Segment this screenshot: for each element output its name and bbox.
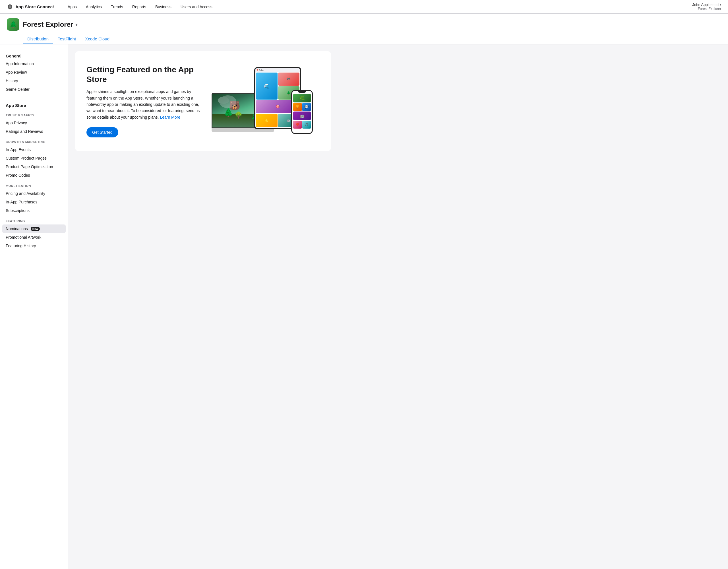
tablet-cell-5: ⭐	[256, 114, 278, 127]
feature-card-desc-text: Apple shines a spotlight on exceptional …	[86, 89, 200, 119]
sidebar-item-label: Subscriptions	[6, 208, 30, 213]
user-name-row: John Appleseed ▾	[692, 3, 721, 7]
sidebar-item-label: App Privacy	[6, 121, 27, 125]
sidebar-item-label: In-App Purchases	[6, 200, 37, 204]
nav-business[interactable]: Business	[151, 0, 176, 14]
get-started-button[interactable]: Get Started	[86, 127, 118, 137]
tab-xcode-cloud[interactable]: Xcode Cloud	[80, 34, 114, 44]
brand-name: App Store Connect	[15, 4, 54, 9]
feature-card-description: Apple shines a spotlight on exceptional …	[86, 88, 200, 120]
sidebar-item-ratings-reviews[interactable]: Ratings and Reviews	[0, 127, 68, 136]
sidebar-item-nominations[interactable]: Nominations New	[2, 224, 66, 233]
user-name: John Appleseed	[692, 3, 719, 7]
feature-card: Getting Featured on the App Store Apple …	[75, 51, 331, 151]
app-title-row: Forest Explorer ▾	[23, 20, 78, 28]
sidebar-item-label: Pricing and Availability	[6, 191, 45, 196]
brand-logo[interactable]: App Store Connect	[7, 4, 54, 10]
nav-analytics[interactable]: Analytics	[81, 0, 106, 14]
sidebar-item-pricing-availability[interactable]: Pricing and Availability	[0, 189, 68, 198]
tablet-cell-2: 🎮	[278, 73, 300, 86]
learn-more-link[interactable]: Learn More	[160, 115, 180, 119]
sidebar-item-history[interactable]: History	[0, 76, 68, 85]
sidebar-item-app-privacy[interactable]: App Privacy	[0, 119, 68, 127]
appstore-connect-icon	[7, 4, 13, 10]
sidebar-item-label: Promotional Artwork	[6, 235, 41, 239]
sidebar-featuring-label: FEATURING	[0, 215, 68, 224]
phone-cell-3: 💬	[302, 103, 311, 111]
tablet-cell-1: 🌊	[256, 73, 278, 100]
app-icon: 🌲	[7, 18, 19, 31]
phone-cell-5: ❤️	[293, 121, 302, 129]
sidebar-item-label: In-App Events	[6, 147, 31, 152]
phone-mockup: 🌿 🏆 💬 🤖 ❤️ 🎵	[291, 90, 314, 135]
app-title: Forest Explorer	[23, 20, 73, 28]
sidebar-divider-1	[6, 97, 62, 97]
sidebar-item-subscriptions[interactable]: Subscriptions	[0, 206, 68, 215]
user-chevron-icon: ▾	[720, 3, 721, 6]
phone-notch	[298, 91, 306, 93]
feature-card-text: Getting Featured on the App Store Apple …	[86, 65, 200, 137]
user-menu[interactable]: John Appleseed ▾ Forest Explorer	[692, 3, 721, 11]
sidebar-trust-safety-label: TRUST & SAFETY	[0, 109, 68, 119]
sidebar-item-promo-codes[interactable]: Promo Codes	[0, 171, 68, 179]
sidebar-item-label: Game Center	[6, 87, 30, 92]
phone-cell-6: 🎵	[302, 121, 311, 129]
phone-cell-4: 🤖	[293, 111, 311, 120]
app-tabs: Distribution TestFlight Xcode Cloud	[23, 34, 721, 44]
nav-trends[interactable]: Trends	[106, 0, 128, 14]
sidebar-item-in-app-purchases[interactable]: In-App Purchases	[0, 198, 68, 206]
nominations-new-badge: New	[31, 227, 40, 231]
sidebar-item-label: App Information	[6, 61, 34, 66]
nav-users-access[interactable]: Users and Access	[176, 0, 217, 14]
sidebar-item-label: Nominations	[6, 226, 28, 231]
phone-cell-2: 🏆	[293, 103, 302, 111]
tablet-header-bar: Today	[255, 68, 300, 72]
sidebar-growth-label: GROWTH & MARKETING	[0, 136, 68, 145]
app-dropdown-icon[interactable]: ▾	[75, 22, 78, 27]
sidebar-item-label: Promo Codes	[6, 173, 30, 177]
sidebar: General App Information App Review Histo…	[0, 44, 68, 569]
content-area: Getting Featured on the App Store Apple …	[68, 44, 728, 569]
sidebar-item-product-page-optimization[interactable]: Product Page Optimization	[0, 162, 68, 171]
sidebar-item-label: Featuring History	[6, 243, 36, 248]
top-navigation: App Store Connect Apps Analytics Trends …	[0, 0, 728, 14]
main-layout: General App Information App Review Histo…	[0, 44, 728, 569]
sidebar-item-custom-product-pages[interactable]: Custom Product Pages	[0, 154, 68, 162]
sidebar-item-label: Ratings and Reviews	[6, 129, 43, 134]
phone-content: 🌿 🏆 💬 🤖 ❤️ 🎵	[292, 93, 312, 130]
nav-reports[interactable]: Reports	[128, 0, 151, 14]
tab-testflight[interactable]: TestFlight	[53, 34, 80, 44]
user-app-name: Forest Explorer	[698, 7, 721, 11]
sidebar-monetization-label: MONETIZATION	[0, 179, 68, 189]
sidebar-item-label: Custom Product Pages	[6, 156, 47, 160]
sidebar-item-label: History	[6, 78, 18, 83]
sidebar-item-promotional-artwork[interactable]: Promotional Artwork	[0, 233, 68, 241]
device-mockup: 🌲 🌳 🌲 🐻 Today	[212, 67, 314, 135]
sidebar-item-app-information[interactable]: App Information	[0, 59, 68, 68]
nav-apps[interactable]: Apps	[63, 0, 81, 14]
sidebar-item-label: App Review	[6, 70, 27, 74]
app-header: 🌲 Forest Explorer ▾ Distribution TestFli…	[0, 14, 728, 44]
phone-screen: 🌿 🏆 💬 🤖 ❤️ 🎵	[291, 90, 313, 134]
nav-links: Apps Analytics Trends Reports Business U…	[63, 0, 692, 14]
phone-cell-1: 🌿	[293, 94, 311, 102]
app-header-top: 🌲 Forest Explorer ▾	[7, 18, 721, 31]
sidebar-item-app-review[interactable]: App Review	[0, 68, 68, 76]
sidebar-appstore-header: App Store	[0, 101, 68, 109]
sidebar-item-label: Product Page Optimization	[6, 164, 53, 169]
sidebar-item-game-center[interactable]: Game Center	[0, 85, 68, 94]
sidebar-item-in-app-events[interactable]: In-App Events	[0, 145, 68, 154]
sidebar-general-header: General	[0, 51, 68, 59]
tablet-dot	[257, 69, 258, 71]
sidebar-item-featuring-history[interactable]: Featuring History	[0, 241, 68, 250]
feature-card-title: Getting Featured on the App Store	[86, 65, 200, 84]
tab-distribution[interactable]: Distribution	[23, 34, 53, 44]
